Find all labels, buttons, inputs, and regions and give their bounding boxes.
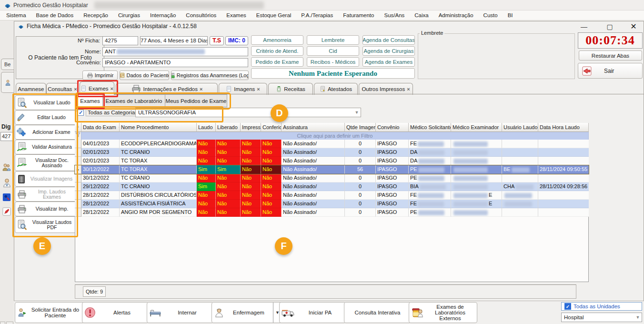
column-header-impresso[interactable]: Impresso: [241, 123, 261, 132]
background-tab[interactable]: Be: [1, 59, 14, 70]
sidebar-button-editar-laudo[interactable]: Editar Laudo: [15, 110, 77, 125]
exit-button[interactable]: Sair: [578, 63, 643, 79]
tab-close-icon[interactable]: ×: [200, 86, 202, 92]
tab-outros-impressos[interactable]: Outros Impressos×: [359, 83, 413, 95]
tab-close-icon[interactable]: ×: [257, 86, 260, 92]
column-header-assinatura[interactable]: Assinatura: [282, 123, 345, 132]
sidebar-button-visualizar-laudos-pdf[interactable]: Visualizar Laudos PDF: [15, 216, 77, 233]
bottom-button-internar[interactable]: Internar: [147, 302, 213, 323]
column-header-liberado[interactable]: Liberado: [216, 123, 241, 132]
menu-item-internacao[interactable]: Internação: [148, 11, 178, 19]
menu-item-exames[interactable]: Exames: [224, 11, 248, 19]
column-header-indicator[interactable]: ✳: [75, 123, 81, 132]
all-categories-checkbox[interactable]: ✓: [78, 110, 84, 116]
tab-consultas[interactable]: Consultas×: [46, 83, 79, 95]
subtab-exames-de-laboratorio[interactable]: Exames de Laboratório: [102, 94, 166, 107]
exam-row-tc-cranio[interactable]: 02/01/2023TC CRANIONãoNãoNãoNãoNão Assin…: [75, 148, 589, 157]
column-header-medico-solicitante[interactable]: Médico Solicitante: [409, 123, 451, 132]
bottom-button-alertas[interactable]: Alertas: [82, 302, 149, 323]
maximize-button[interactable]: ▢: [600, 22, 619, 31]
exam-row-ecodopplercardiograma[interactable]: 04/01/2023ECODOPPLERCARDIOGRAMANãoNãoNão…: [75, 140, 589, 148]
bottom-button-iniciar-pa[interactable]: Iniciar PA: [279, 302, 346, 323]
sidebar-button-visualizar-doc-assinado[interactable]: Visualizar Doc. Assinado: [15, 154, 77, 171]
menu-item-sistema[interactable]: Sistema: [4, 11, 28, 19]
subtab-exames[interactable]: Exames: [77, 94, 103, 107]
minimize-button[interactable]: —: [574, 22, 594, 31]
quick-button-amenorreia[interactable]: Amenorreia: [251, 35, 303, 45]
bottom-button-solicitar-entrada-do-paciente[interactable]: Solicitar Entrada do Paciente: [15, 302, 84, 323]
tab-imagens[interactable]: Imagens×: [219, 83, 267, 95]
restore-tabs-button[interactable]: Restaurar Abas: [579, 51, 642, 61]
column-header-conferido[interactable]: Conferido: [261, 123, 282, 132]
tab-close-icon[interactable]: ×: [407, 86, 410, 92]
tab-close-icon[interactable]: ×: [111, 86, 113, 91]
menu-item-base-de-dados[interactable]: Base de Dados: [34, 11, 76, 19]
category-dropdown[interactable]: ULTRASSONOGRAFIA ▼: [135, 108, 361, 117]
red-pen-icon[interactable]: [2, 207, 11, 216]
menu-item-recepcao[interactable]: Recepção: [81, 11, 110, 19]
tab-exames[interactable]: Exames×: [80, 81, 114, 95]
menu-item-faturamento[interactable]: Faturamento: [341, 11, 376, 19]
quick-button-agenda-de-consultas[interactable]: Agenda de Consultas: [362, 35, 415, 45]
bottom-button-exames-de-laboratorios-externos[interactable]: Exames de Laboratórios Externos: [409, 302, 477, 323]
exam-row-tc-torax[interactable]: ▸30/12/2022TC TORAXSimSimNãoNãoNão Assin…: [75, 165, 589, 174]
column-header-qtde-imagens[interactable]: Qtde Imagens: [345, 123, 376, 132]
record-number-field[interactable]: 427: [0, 132, 14, 141]
patient-action-imprimir[interactable]: Imprimir: [82, 71, 118, 80]
ts-button[interactable]: T.S: [210, 36, 224, 45]
menu-item-consultorios[interactable]: Consultórios: [184, 11, 218, 19]
patient-name-field[interactable]: ANT: [102, 47, 248, 56]
quick-button-lembrete[interactable]: Lembrete: [307, 35, 359, 45]
sidebar-button-visualizar-laudo[interactable]: Visualizar Laudo: [15, 95, 77, 110]
background-tab-patient[interactable]: [1, 72, 14, 93]
exam-row-tc-cranio[interactable]: 29/12/2022TC CRANIOSimNãoNãoNãoNão Assin…: [75, 182, 589, 191]
tab-atestados[interactable]: Atestados: [314, 83, 358, 95]
menu-item-p-a-terapias[interactable]: P.A./Terapias: [299, 11, 335, 19]
menu-item-custo[interactable]: Custo: [482, 11, 500, 19]
patient-action-registros-das-anamneses-log[interactable]: ACTRegistros das Anamneses (Log): [171, 71, 249, 80]
menu-item-administracao[interactable]: Administração: [437, 11, 475, 19]
menu-item-sus-ans[interactable]: Sus/Ans: [382, 11, 406, 19]
column-header-medico-examinador[interactable]: Médico Examinador: [451, 123, 502, 132]
close-button[interactable]: ✕: [624, 22, 643, 31]
column-header-usuario-laudo[interactable]: Usuário Laudo: [502, 123, 538, 132]
quick-button-criterio-de-atend[interactable]: Critério de Atend.: [251, 46, 303, 56]
menu-item-estoque-geral[interactable]: Estoque Geral: [254, 11, 293, 19]
exam-row-angio-rm-por-segmento[interactable]: 28/12/2022ANGIO RM POR SEGMENTONãoNãoNão…: [75, 208, 589, 217]
exam-row-tc-cranio[interactable]: 30/12/2022TC CRANIONãoNãoNãoNãoNão Assin…: [75, 174, 589, 182]
tab-anamnese[interactable]: Anamnese: [16, 83, 46, 95]
ficha-number-field[interactable]: 4275: [102, 36, 138, 45]
quick-button-cid[interactable]: Cid: [307, 46, 359, 56]
menu-item-bi[interactable]: BI: [506, 11, 515, 19]
bottom-button-enfermagem[interactable]: Enfermagem▼: [211, 302, 282, 323]
quick-button-agenda-de-exames[interactable]: Agenda de Exames: [362, 57, 415, 67]
column-header-data-hora-laudo[interactable]: Data Hora Laudo: [538, 123, 589, 132]
unit-dropdown[interactable]: Hospital ▼: [561, 313, 642, 322]
exam-row-disturbios-circulatorios[interactable]: 28/12/2022DISTÚRBIOS CIRCULATÓRIOSNãoNão…: [75, 191, 589, 200]
people-icon[interactable]: [2, 162, 11, 172]
filter-row[interactable]: Clique aqui para definir um Filtro: [81, 132, 589, 140]
subtab-meus-pedidos-de-exame[interactable]: Meus Pedidos de Exame: [165, 94, 227, 107]
quick-button-pedido-de-exame[interactable]: Pedido de Exame: [251, 57, 303, 67]
sidebar-button-validar-assinatura[interactable]: Validar Assinatura: [15, 140, 77, 154]
bottom-button-consulta-interativa[interactable]: Consulta Interativa: [344, 302, 411, 323]
menu-item-caixa[interactable]: Caixa: [413, 11, 430, 19]
column-header-data-do-exam[interactable]: Data do Exam▼: [81, 123, 120, 132]
blue-tool-icon[interactable]: [2, 193, 11, 202]
tab-receitas[interactable]: Receitas: [268, 83, 313, 95]
convenio-field[interactable]: IPASGO - APARTAMENTO: [102, 58, 248, 67]
patient-action-dados-do-paciente[interactable]: Dados do Paciente: [120, 71, 169, 80]
quick-button-recibos-medicos[interactable]: Recibos - Médicos: [307, 57, 359, 67]
exam-row-assistencia-fisiatrica[interactable]: 28/12/2022ASSISTÊNCIA FISIÁTRICANãoNãoNã…: [75, 200, 589, 208]
exam-row-tc-torax[interactable]: 02/01/2023TC TORAXNãoNãoNãoNãoNão Assina…: [75, 157, 589, 165]
enfermagem-dropdown-arrow[interactable]: ▼: [273, 303, 280, 323]
doctor-icon[interactable]: [2, 178, 12, 188]
imc-button[interactable]: IMC: 0: [225, 36, 248, 45]
column-header-convenio[interactable]: Convênio: [376, 123, 409, 132]
column-header-laudo[interactable]: Laudo: [197, 123, 216, 132]
all-units-checkbox-row[interactable]: ✓ Todas as Unidades: [561, 302, 642, 311]
tab-internacoes-e-pedidos[interactable]: Internações e Pedidos×: [116, 83, 218, 95]
menu-item-cirurgias[interactable]: Cirurgias: [116, 11, 142, 19]
tab-close-icon[interactable]: ×: [74, 86, 77, 92]
quick-button-agenda-de-cirurgias[interactable]: Agenda de Cirurgias: [362, 46, 415, 56]
